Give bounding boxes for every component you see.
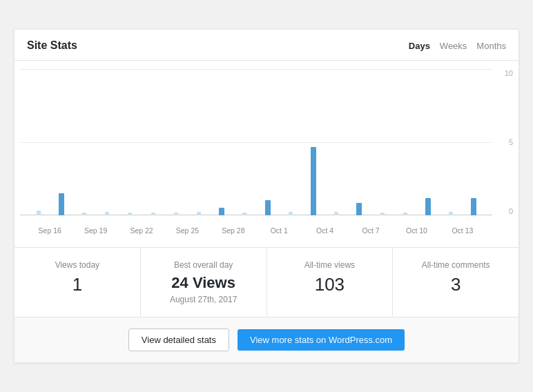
stat-alltime-comments: All-time comments 3 bbox=[393, 248, 519, 317]
bar-group-19 bbox=[463, 69, 485, 215]
bar-12[interactable] bbox=[311, 147, 316, 215]
x-label-4: Sep 28 bbox=[222, 226, 244, 235]
x-label-group-0: Sep 16 bbox=[27, 226, 72, 235]
x-label-group-6: Oct 4 bbox=[302, 226, 347, 235]
bar-group-4 bbox=[119, 69, 142, 215]
x-label-group-8: Oct 10 bbox=[394, 226, 439, 235]
bar-group-10 bbox=[256, 69, 279, 215]
bar-group-2 bbox=[72, 69, 95, 215]
stat-alltime-views: All-time views 103 bbox=[267, 248, 394, 317]
bars-container bbox=[20, 69, 492, 215]
stat-label-alltime-comments: All-time comments bbox=[403, 260, 509, 270]
x-label-7: Oct 7 bbox=[362, 226, 380, 235]
bar-group-13 bbox=[325, 69, 348, 215]
bar-group-0 bbox=[27, 69, 50, 215]
stat-best-day: Best overall day 24 Views August 27th, 2… bbox=[141, 248, 267, 317]
y-axis-labels: 10 5 0 bbox=[494, 69, 513, 215]
x-label-group-7: Oct 7 bbox=[348, 226, 394, 235]
bar-10[interactable] bbox=[265, 200, 271, 215]
chart-area: 10 5 0 Sep 16Sep 19Sep 22Sep 25Sep 28Oct… bbox=[14, 61, 519, 247]
bar-group-9 bbox=[233, 69, 256, 215]
bar-group-15 bbox=[371, 69, 394, 215]
stat-value-alltime-views: 103 bbox=[277, 274, 383, 295]
x-label-5: Oct 1 bbox=[271, 226, 288, 235]
x-label-8: Oct 10 bbox=[406, 226, 427, 235]
stat-value-alltime-comments: 3 bbox=[403, 274, 509, 295]
stat-value-views-today: 1 bbox=[24, 274, 130, 295]
y-label-5: 5 bbox=[494, 138, 513, 146]
period-tab-months[interactable]: Months bbox=[476, 41, 506, 51]
site-stats-widget: Site Stats Days Weeks Months 10 5 0 bbox=[14, 29, 519, 363]
bar-group-8 bbox=[211, 69, 233, 215]
bar-group-6 bbox=[164, 69, 187, 215]
period-tab-days[interactable]: Days bbox=[409, 41, 430, 51]
x-label-9: Oct 13 bbox=[452, 226, 473, 235]
period-tabs: Days Weeks Months bbox=[409, 41, 506, 51]
stat-label-alltime-views: All-time views bbox=[277, 260, 383, 270]
bar-14[interactable] bbox=[356, 203, 362, 215]
x-label-0: Sep 16 bbox=[39, 226, 61, 235]
actions-row: View detailed stats View more stats on W… bbox=[14, 317, 519, 362]
stat-label-best-day: Best overall day bbox=[151, 260, 257, 270]
widget-header: Site Stats Days Weeks Months bbox=[14, 30, 519, 61]
period-tab-weeks[interactable]: Weeks bbox=[440, 41, 467, 51]
bar-group-7 bbox=[187, 69, 210, 215]
bar-8[interactable] bbox=[219, 208, 224, 215]
x-label-group-5: Oct 1 bbox=[256, 226, 302, 235]
bar-group-16 bbox=[394, 69, 416, 215]
bar-group-5 bbox=[142, 69, 164, 215]
x-label-group-1: Sep 19 bbox=[72, 226, 118, 235]
bar-group-1 bbox=[50, 69, 72, 215]
bar-19[interactable] bbox=[471, 198, 476, 215]
y-label-0: 0 bbox=[494, 207, 513, 215]
x-axis-labels: Sep 16Sep 19Sep 22Sep 25Sep 28Oct 1Oct 4… bbox=[20, 215, 492, 235]
stat-value-best-day: 24 Views bbox=[151, 274, 257, 292]
bar-17[interactable] bbox=[425, 198, 431, 215]
bar-group-3 bbox=[96, 69, 119, 215]
stat-sub-best-day: August 27th, 2017 bbox=[151, 295, 257, 304]
x-label-group-9: Oct 13 bbox=[440, 226, 485, 235]
bar-1[interactable] bbox=[59, 193, 64, 215]
bar-group-17 bbox=[416, 69, 439, 215]
x-label-1: Sep 19 bbox=[84, 226, 107, 235]
view-wordpress-stats-button[interactable]: View more stats on WordPress.com bbox=[238, 329, 405, 351]
x-label-group-3: Sep 25 bbox=[164, 226, 210, 235]
bar-group-14 bbox=[348, 69, 371, 215]
chart-inner: 10 5 0 Sep 16Sep 19Sep 22Sep 25Sep 28Oct… bbox=[20, 69, 513, 235]
bar-group-12 bbox=[302, 69, 324, 215]
x-label-6: Oct 4 bbox=[316, 226, 333, 235]
bar-0[interactable] bbox=[37, 210, 41, 215]
stat-label-views-today: Views today bbox=[24, 260, 130, 270]
view-detailed-stats-button[interactable]: View detailed stats bbox=[128, 329, 229, 351]
widget-title: Site Stats bbox=[27, 39, 77, 52]
stat-views-today: Views today 1 bbox=[14, 248, 141, 317]
y-label-10: 10 bbox=[494, 69, 513, 77]
x-label-group-4: Sep 28 bbox=[211, 226, 256, 235]
stats-row: Views today 1 Best overall day 24 Views … bbox=[14, 247, 519, 317]
x-label-group-2: Sep 22 bbox=[119, 226, 164, 235]
bar-group-18 bbox=[440, 69, 463, 215]
x-label-2: Sep 22 bbox=[130, 226, 153, 235]
x-label-3: Sep 25 bbox=[176, 226, 199, 235]
bar-group-11 bbox=[279, 69, 302, 215]
